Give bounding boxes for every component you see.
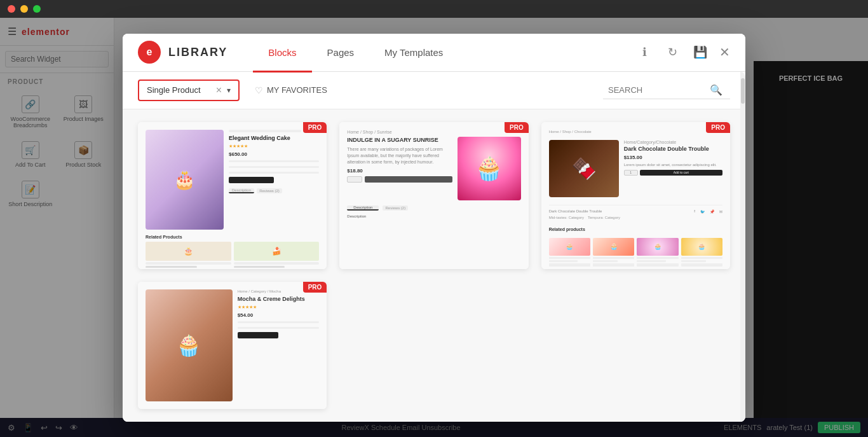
pro-badge-3: PRO: [706, 122, 730, 133]
search-area[interactable]: 🔍: [603, 81, 730, 99]
cupcake-preview-area: Home / Shop / Sunrise INDULGE IN A SUGAR…: [339, 122, 528, 269]
filter-arrow-icon: ▾: [227, 86, 231, 95]
tab-my-templates[interactable]: My Templates: [369, 34, 458, 73]
related-img-2: 🍰: [234, 242, 320, 261]
header-actions: ℹ ↻ 💾 ✕: [635, 43, 730, 61]
close-button[interactable]: ✕: [719, 46, 730, 59]
mocha-desc-1: [238, 321, 320, 323]
wedding-preview: 🎂 Elegant Wedding Cake ★★★★★ $650.00: [146, 130, 319, 230]
desc-line-3: [229, 172, 319, 174]
reviews-tab: Reviews (2): [257, 188, 282, 193]
modal-header: e LIBRARY Blocks Pages My Templates ℹ ↻ …: [123, 34, 745, 72]
chocolate-preview-content: Home / Shop / Chocolate 🍫 Home/Category/…: [541, 122, 730, 269]
filter-clear-icon[interactable]: ×: [216, 85, 222, 96]
related-section: Related Products 🎂 🍰: [146, 235, 319, 269]
related-grid: 🎂 🍰: [146, 242, 319, 269]
library-modal: e LIBRARY Blocks Pages My Templates ℹ ↻ …: [123, 34, 745, 422]
mocha-add-btn: [238, 332, 278, 338]
wedding-stars: ★★★★★: [229, 144, 319, 149]
related-price-2: [234, 266, 285, 268]
templates-grid: PRO 🎂 Elegant Wedding Cake ★★★★★ $650.00: [138, 122, 730, 409]
wedding-info: Elegant Wedding Cake ★★★★★ $650.00 Descr…: [229, 130, 319, 230]
mocha-preview-area: 🧁 Home / Category / Mocha Mocha & Creme …: [138, 282, 327, 409]
heart-icon: ♡: [255, 85, 263, 95]
wedding-preview-content: 🎂 Elegant Wedding Cake ★★★★★ $650.00: [138, 122, 327, 269]
scroll-thumb[interactable]: [741, 78, 745, 104]
wedding-title: Elegant Wedding Cake: [229, 135, 319, 142]
related-item-1: 🎂: [146, 242, 231, 269]
favorites-button[interactable]: ♡ MY FAVORITES: [250, 81, 332, 99]
info-icon[interactable]: ℹ: [635, 43, 653, 61]
filter-bar: Single Product × ▾ ♡ MY FAVORITES 🔍: [123, 72, 745, 109]
desc-line-1: [229, 160, 319, 162]
modal-overlay: e LIBRARY Blocks Pages My Templates ℹ ↻ …: [0, 18, 868, 437]
mocha-layout: 🧁 Home / Category / Mocha Mocha & Creme …: [146, 289, 319, 401]
search-icon: 🔍: [710, 84, 722, 96]
wedding-price: $650.00: [229, 151, 319, 157]
add-to-cart-mini: [229, 177, 274, 183]
scroll-track: [740, 72, 745, 422]
template-card-cupcake[interactable]: PRO Home / Shop / Sunrise INDULGE IN A S…: [339, 122, 528, 269]
filter-dropdown[interactable]: Single Product × ▾: [138, 80, 240, 101]
tab-pages[interactable]: Pages: [312, 34, 370, 73]
breadcrumb-line: [229, 130, 301, 132]
modal-tabs: Blocks Pages My Templates: [253, 34, 635, 71]
related-name-1: [146, 262, 231, 265]
related-price-1: [146, 266, 197, 268]
favorites-label: MY FAVORITES: [267, 85, 327, 95]
pro-badge-4: PRO: [303, 282, 327, 293]
close-traffic-light[interactable]: [8, 5, 15, 13]
mocha-desc-2: [238, 327, 320, 329]
cupcake-preview-content: Home / Shop / Sunrise INDULGE IN A SUGAR…: [339, 122, 528, 269]
related-img-1: 🎂: [146, 242, 231, 261]
chocolate-preview-area: Home / Shop / Chocolate 🍫 Home/Category/…: [541, 122, 730, 269]
related-title: Related Products: [146, 235, 319, 239]
minimize-traffic-light[interactable]: [20, 5, 28, 13]
filter-value: Single Product: [147, 85, 211, 95]
wedding-cake-image: 🎂: [146, 130, 224, 230]
related-item-2: 🍰: [234, 242, 320, 269]
choc-layout: Home / Shop / Chocolate 🍫 Home/Category/…: [549, 130, 722, 269]
cupcake-layout: Home / Shop / Sunrise INDULGE IN A SUGAR…: [347, 130, 520, 269]
tab-blocks[interactable]: Blocks: [253, 34, 311, 73]
mocha-preview-content: 🧁 Home / Category / Mocha Mocha & Creme …: [138, 282, 327, 409]
refresh-icon[interactable]: ↻: [663, 43, 681, 61]
window-chrome: [0, 0, 868, 18]
pro-badge-2: PRO: [505, 122, 529, 133]
wedding-preview-area: 🎂 Elegant Wedding Cake ★★★★★ $650.00: [138, 122, 327, 269]
desc-line-2: [229, 166, 319, 168]
library-logo: e: [138, 41, 161, 64]
template-card-chocolate[interactable]: PRO Home / Shop / Chocolate 🍫 Home/Categ…: [541, 122, 730, 269]
pro-badge: PRO: [303, 122, 327, 133]
related-name-2: [234, 262, 320, 265]
template-card-mocha[interactable]: PRO 🧁 Home / Category / Mocha Mocha & Cr…: [138, 282, 327, 409]
save-icon[interactable]: 💾: [691, 43, 709, 61]
search-input[interactable]: [608, 85, 710, 95]
modal-content: PRO 🎂 Elegant Wedding Cake ★★★★★ $650.00: [123, 109, 745, 422]
template-card-wedding[interactable]: PRO 🎂 Elegant Wedding Cake ★★★★★ $650.00: [138, 122, 327, 269]
description-tab: Description: [229, 188, 254, 193]
library-title: LIBRARY: [168, 46, 227, 59]
product-tabs: Description Reviews (2): [229, 188, 319, 193]
fullscreen-traffic-light[interactable]: [33, 5, 41, 13]
mocha-info: Home / Category / Mocha Mocha & Creme De…: [238, 289, 320, 401]
library-logo-letter: e: [147, 46, 153, 58]
